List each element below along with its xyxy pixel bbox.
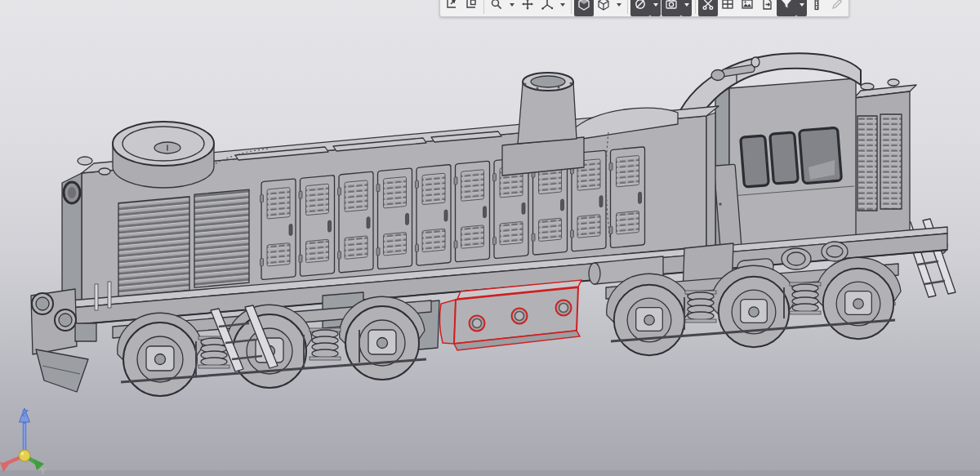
buffer-left (32, 293, 53, 314)
locomotive-model[interactable] (31, 53, 956, 396)
viewport-3d[interactable]: Y Z (0, 0, 980, 476)
viewport-bottom-edge (0, 470, 980, 476)
pilot-plow (36, 349, 88, 392)
radiator-fan[interactable] (113, 122, 214, 188)
orientation-triad: Y Z (0, 408, 47, 476)
rear-hood[interactable] (854, 79, 916, 238)
radiator-grille-right (194, 189, 249, 287)
cad-application-window: { "app": { "description": "3D CAD viewpo… (0, 0, 980, 476)
triad-origin (19, 450, 30, 461)
radiator-grille-left (118, 197, 189, 297)
buffer-right (55, 309, 76, 331)
cab-windows (741, 127, 842, 187)
z-axis: Z (20, 408, 30, 456)
exhaust-stack[interactable] (502, 73, 584, 176)
hood-cab-transition (706, 113, 715, 251)
